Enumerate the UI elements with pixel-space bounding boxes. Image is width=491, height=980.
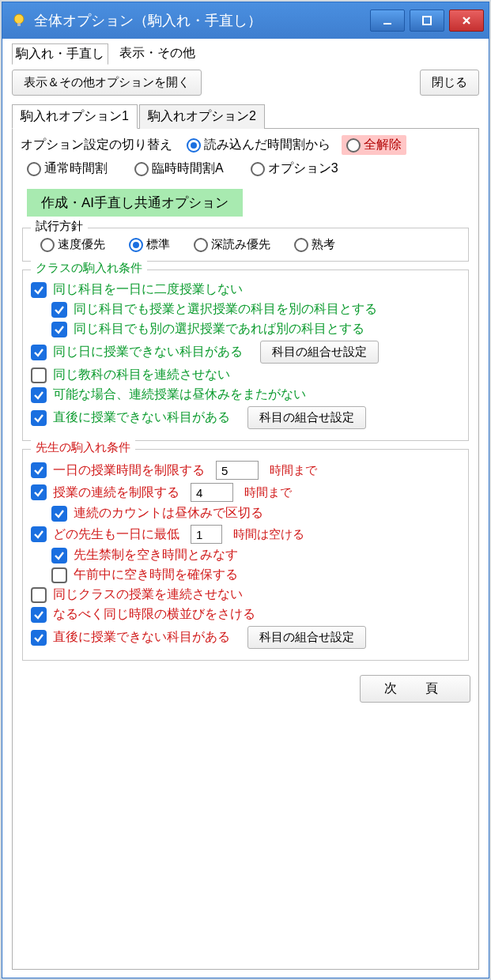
svg-point-0 <box>14 14 24 24</box>
chk-no-after-subject[interactable] <box>31 410 47 426</box>
tab-option2[interactable]: 駒入れオプション2 <box>139 104 265 129</box>
input-max-consecutive[interactable] <box>191 483 233 502</box>
next-page-button[interactable]: 次 頁 <box>360 675 470 703</box>
svg-rect-1 <box>17 23 21 26</box>
input-min-free[interactable] <box>191 525 222 544</box>
chk-lunch-resets-count[interactable] <box>51 506 67 522</box>
top-tabs: 駒入れ・手直し 表示・その他 <box>12 43 479 65</box>
input-max-hours[interactable] <box>216 461 259 480</box>
titlebar: 全体オプション（駒入れ・手直し） <box>2 2 489 39</box>
inner-tabstrip: 駒入れオプション1 駒入れオプション2 <box>12 104 479 129</box>
close-window-button[interactable] <box>449 9 484 32</box>
tab-option1[interactable]: 駒入れオプション1 <box>12 104 138 129</box>
chk-ban-as-free[interactable] <box>51 548 67 564</box>
open-display-options-button[interactable]: 表示＆その他オプションを開く <box>12 70 202 96</box>
class-legend: クラスの駒入れ条件 <box>31 261 147 276</box>
chk-diff-elective-diff-subject[interactable] <box>51 322 67 337</box>
class-conditions-group: クラスの駒入れ条件 同じ科目を一日に二度授業しない 同じ科目でも授業と選択授業の… <box>22 270 469 441</box>
minimize-button[interactable] <box>370 9 405 32</box>
subject-combo-button-1[interactable]: 科目の組合せ設定 <box>260 341 379 364</box>
chk-no-span-lunch[interactable] <box>31 387 47 403</box>
chk-limit-consecutive[interactable] <box>31 484 47 500</box>
window-title: 全体オプション（駒入れ・手直し） <box>34 11 370 30</box>
radio-normal[interactable]: 通常時間割 <box>25 160 109 178</box>
radio-from-loaded[interactable]: 読み込んだ時間割から <box>185 136 332 154</box>
chk-no-after-subject-teacher[interactable] <box>31 630 47 646</box>
radio-clear-all[interactable]: 全解除 <box>342 135 406 155</box>
chk-limit-hours[interactable] <box>31 462 47 478</box>
radio-standard[interactable]: 標準 <box>127 236 172 253</box>
chk-avoid-same-period[interactable] <box>31 607 47 623</box>
switch-title: オプション設定の切り替え <box>21 137 172 153</box>
radio-deep[interactable]: 深読み優先 <box>192 236 272 253</box>
radio-speed[interactable]: 速度優先 <box>39 236 107 253</box>
tab-komaire[interactable]: 駒入れ・手直し <box>12 43 108 65</box>
policy-group: 試行方針 速度優先 標準 深読み優先 熟考 <box>22 228 469 262</box>
maximize-button[interactable] <box>410 9 444 32</box>
radio-think[interactable]: 熟考 <box>293 236 337 253</box>
chk-elective-different[interactable] <box>51 302 67 318</box>
subject-combo-button-2[interactable]: 科目の組合せ設定 <box>247 406 366 429</box>
svg-rect-2 <box>383 23 391 24</box>
chk-no-consecutive-same-area[interactable] <box>31 368 47 383</box>
close-button[interactable]: 閉じる <box>420 70 479 96</box>
chk-min-free[interactable] <box>31 526 47 542</box>
subject-combo-button-3[interactable]: 科目の組合せ設定 <box>247 626 366 649</box>
radio-temp-a[interactable]: 臨時時間割A <box>133 160 225 178</box>
chk-same-subject-twice[interactable] <box>31 282 47 298</box>
chk-same-day-forbidden[interactable] <box>31 345 47 360</box>
common-options-header: 作成・AI手直し共通オプション <box>27 189 243 217</box>
policy-legend: 試行方針 <box>31 219 88 234</box>
svg-rect-3 <box>423 17 431 24</box>
teacher-legend: 先生の駒入れ条件 <box>31 440 135 455</box>
lightbulb-icon <box>10 12 28 29</box>
tab-display-other[interactable]: 表示・その他 <box>116 43 198 65</box>
radio-option3[interactable]: オプション3 <box>249 160 340 178</box>
chk-free-in-morning[interactable] <box>51 567 67 583</box>
chk-no-same-class-consec[interactable] <box>31 587 47 603</box>
teacher-conditions-group: 先生の駒入れ条件 一日の授業時間を制限する 時間まで 授業の連続を制限する 時間… <box>22 449 469 661</box>
